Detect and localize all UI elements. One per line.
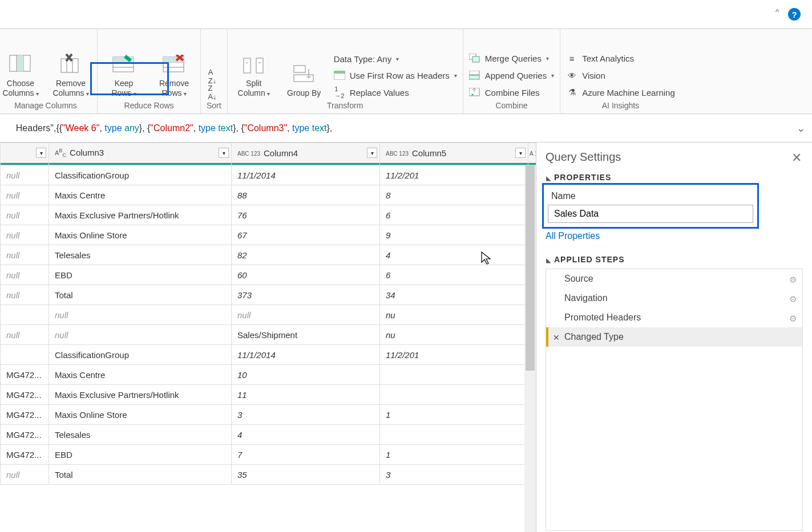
table-row[interactable]: nullTotal353 [1, 465, 537, 485]
applied-step[interactable]: Navigation⚙ [546, 289, 802, 308]
cell[interactable] [1, 305, 49, 325]
table-row[interactable]: MG472...EBD71 [1, 445, 537, 465]
cell[interactable]: 34 [380, 285, 528, 305]
cell[interactable]: Total [49, 285, 232, 305]
vertical-scrollbar[interactable]: ▴ [524, 165, 536, 532]
use-first-row-button[interactable]: Use First Row as Headers ▾ [334, 70, 457, 81]
table-row[interactable]: nullClassificationGroup11/1/201411/2/201 [1, 165, 537, 185]
column-dropdown-icon[interactable]: ▾ [36, 148, 46, 158]
cell[interactable]: 82 [232, 245, 380, 265]
column-header-3[interactable]: ABCColumn3▾ [49, 143, 232, 163]
column-dropdown-icon[interactable]: ▾ [515, 148, 526, 158]
combine-files-button[interactable]: Combine Files [469, 87, 554, 98]
table-row[interactable]: nullMaxis Centre888 [1, 185, 537, 205]
cell[interactable]: Maxis Exclusive Partners/Hotlink [49, 205, 232, 225]
sort-asc-button[interactable]: AZ↓ [207, 71, 218, 82]
cell[interactable]: 4 [232, 425, 380, 445]
cell[interactable]: 35 [232, 465, 380, 485]
replace-values-button[interactable]: 1→2 Replace Values [334, 87, 457, 98]
table-row[interactable]: MG472...Telesales4 [1, 425, 537, 445]
cell[interactable]: null [1, 265, 49, 285]
table-row[interactable]: nullTelesales824 [1, 245, 537, 265]
cell[interactable]: Telesales [49, 245, 232, 265]
cell[interactable]: Telesales [49, 425, 232, 445]
cell[interactable]: 67 [232, 225, 380, 245]
cell[interactable]: null [1, 465, 49, 485]
split-column-button[interactable]: Split Column [233, 35, 274, 98]
data-grid[interactable]: ▾ ABCColumn3▾ ABC 123Column4▾ ABC 123Col… [0, 143, 536, 532]
close-pane-icon[interactable]: ✕ [791, 151, 802, 165]
cell[interactable]: null [1, 225, 49, 245]
cell[interactable]: 1 [380, 405, 528, 425]
cell[interactable]: Maxis Online Store [49, 405, 232, 425]
vision-button[interactable]: 👁 Vision [566, 70, 675, 81]
cell[interactable]: MG472... [1, 365, 49, 385]
cell[interactable]: Sales/Shipment [232, 325, 380, 345]
applied-step[interactable]: Source⚙ [546, 269, 802, 289]
table-row[interactable]: nullEBD606 [1, 265, 537, 285]
cell[interactable]: null [1, 185, 49, 205]
cell[interactable]: ClassificationGroup [49, 165, 232, 185]
cell[interactable]: 6 [380, 205, 528, 225]
cell[interactable]: Maxis Centre [49, 365, 232, 385]
append-queries-button[interactable]: Append Queries ▾ [469, 70, 554, 81]
table-row[interactable]: nullTotal37334 [1, 285, 537, 305]
cell[interactable] [1, 345, 49, 365]
cell[interactable]: 3 [232, 405, 380, 425]
column-dropdown-icon[interactable]: ▾ [219, 148, 229, 158]
cell[interactable]: 7 [232, 445, 380, 465]
cell[interactable]: 6 [380, 265, 528, 285]
formula-bar[interactable]: Headers",{{"Week 6", type any}, {"Column… [0, 114, 812, 143]
column-header-4[interactable]: ABC 123Column4▾ [232, 143, 380, 163]
column-header-2[interactable]: ▾ [1, 143, 49, 163]
remove-columns-button[interactable]: Remove Columns [50, 35, 91, 98]
remove-rows-button[interactable]: Remove Rows [153, 35, 195, 98]
column-header-6[interactable]: A 1 [528, 143, 537, 163]
cell[interactable]: Total [49, 465, 232, 485]
cell[interactable]: MG472... [1, 385, 49, 405]
cell[interactable]: 8 [380, 185, 528, 205]
table-row[interactable]: nullnullSales/Shipmentnu [1, 325, 537, 345]
table-row[interactable]: nullMaxis Online Store679 [1, 225, 537, 245]
applied-step[interactable]: ✕Changed Type [546, 327, 802, 347]
cell[interactable]: 11/2/201 [380, 165, 528, 185]
cell[interactable]: nu [380, 325, 528, 345]
delete-step-icon[interactable]: ✕ [553, 333, 560, 342]
cell[interactable]: 1 [380, 445, 528, 465]
cell[interactable]: EBD [49, 265, 232, 285]
column-header-5[interactable]: ABC 123Column5▾ [380, 143, 528, 163]
cell[interactable] [380, 425, 528, 445]
table-row[interactable]: nullMaxis Exclusive Partners/Hotlink766 [1, 205, 537, 225]
cell[interactable]: Maxis Online Store [49, 225, 232, 245]
properties-heading[interactable]: PROPERTIES [546, 173, 803, 182]
text-analytics-button[interactable]: ≡ Text Analytics [566, 52, 675, 64]
cell[interactable]: 4 [380, 245, 528, 265]
table-row[interactable]: MG472...Maxis Online Store31 [1, 405, 537, 425]
cell[interactable]: nu [380, 305, 528, 325]
keep-rows-button[interactable]: Keep Rows [103, 35, 144, 98]
aml-button[interactable]: ⚗ Azure Machine Learning [566, 87, 675, 98]
query-name-input[interactable] [548, 205, 753, 223]
cell[interactable]: null [232, 305, 380, 325]
expand-formula-icon[interactable]: ⌄ [797, 122, 805, 135]
cell[interactable]: 60 [232, 265, 380, 285]
cell[interactable]: null [49, 305, 232, 325]
cell[interactable]: EBD [49, 445, 232, 465]
sort-desc-button[interactable]: ZA↓ [207, 87, 218, 98]
cell[interactable]: Maxis Exclusive Partners/Hotlink [49, 385, 232, 405]
group-by-button[interactable]: Group By [284, 35, 325, 98]
cell[interactable]: 10 [232, 365, 380, 385]
gear-icon[interactable]: ⚙ [789, 294, 797, 304]
cell[interactable]: 76 [232, 205, 380, 225]
cell[interactable]: 88 [232, 185, 380, 205]
gear-icon[interactable]: ⚙ [789, 314, 797, 324]
data-type-button[interactable]: Data Type: Any ▾ [334, 54, 457, 64]
scroll-thumb[interactable] [526, 165, 535, 371]
applied-step[interactable]: Promoted Headers⚙ [546, 308, 802, 327]
table-row[interactable]: MG472...Maxis Exclusive Partners/Hotlink… [1, 385, 537, 405]
cell[interactable]: 11 [232, 385, 380, 405]
cell[interactable]: 11/1/2014 [232, 345, 380, 365]
cell[interactable]: 11/2/201 [380, 345, 528, 365]
choose-columns-button[interactable]: Choose Columns [0, 35, 41, 98]
table-row[interactable]: ClassificationGroup11/1/201411/2/201 [1, 345, 537, 365]
